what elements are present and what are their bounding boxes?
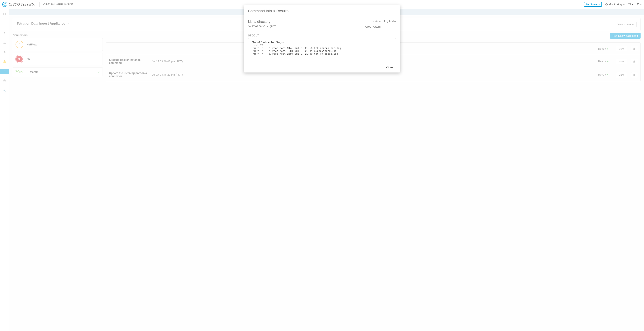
command-results-modal: Command Info & Results List a directory …: [244, 5, 400, 9]
settings-gear-icon[interactable]: ⚙ ▾: [637, 3, 642, 6]
scope-selector[interactable]: NetScaler▾: [584, 2, 602, 7]
scope-label: NetScaler: [586, 3, 598, 6]
brand-logo[interactable]: CISCO Tetratiの n: [2, 2, 36, 7]
chevron-down-icon: ▾: [624, 4, 624, 6]
help-icon[interactable]: ?⃝ ▾: [628, 3, 633, 6]
target-icon: ◎: [605, 3, 608, 6]
monitoring-label: Monitoring: [608, 3, 622, 6]
divider: [40, 2, 40, 7]
modal-title: Command Info & Results: [244, 5, 400, 9]
chevron-down-icon: ▾: [598, 4, 600, 6]
logo-icon: [2, 2, 7, 7]
brand-text: CISCO Tetratiの n: [9, 2, 36, 7]
page-subtitle: VIRTUAL APPLIANCE: [43, 3, 73, 6]
monitoring-menu[interactable]: ◎ Monitoring ▾: [605, 3, 624, 6]
topbar-right: NetScaler▾ ◎ Monitoring ▾ ?⃝ ▾ ⚙ ▾: [584, 2, 642, 7]
